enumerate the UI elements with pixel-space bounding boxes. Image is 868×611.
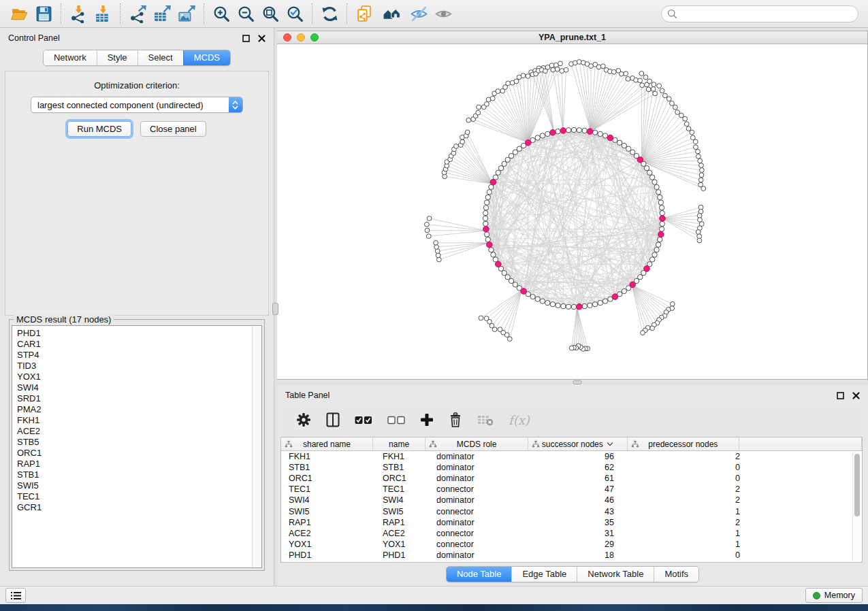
cytoscape-window: Control Panel NetworkStyleSelectMCDS Opt… [0,0,868,611]
table-panel: Table Panel [277,385,868,586]
cell-predecessor-nodes: 1 [635,529,750,538]
splitter-handle[interactable] [573,380,582,384]
toolbar-separator [120,3,120,24]
tab-network-table[interactable]: Network Table [577,567,654,582]
zoom-in-button[interactable] [209,2,234,25]
cell-MCDS-role: dominator [429,550,534,560]
show-all-button[interactable] [431,2,455,25]
mcds-result-item[interactable]: RAP1 [17,459,252,469]
tab-style[interactable]: Style [97,50,138,65]
cell-name: RAP1 [375,518,429,527]
eye-icon [434,5,453,23]
float-panel-button[interactable] [240,33,251,43]
column-header-successor-nodes[interactable]: successor nodes [528,437,628,450]
table-row[interactable]: SWI5SWI5connector431 [281,506,862,516]
mcds-result-item[interactable]: STP4 [17,350,252,361]
column-header-MCDS-role[interactable]: MCDS role [425,437,528,450]
delete-column-button[interactable] [449,411,462,429]
zoom-fit-button[interactable] [258,2,283,25]
zoom-out-button[interactable] [234,2,258,25]
table-row[interactable]: SWI4SWI4dominator462 [281,495,862,506]
cell-shared-name: ORC1 [281,474,375,483]
export-network-button[interactable] [125,2,150,25]
memory-button[interactable]: Memory [805,588,863,603]
horizontal-splitter[interactable] [277,380,868,385]
column-header-shared-name[interactable]: shared name [281,437,373,450]
tab-select[interactable]: Select [138,50,183,65]
cell-MCDS-role: dominator [429,463,534,472]
mcds-result-item[interactable]: SWI5 [17,480,252,491]
close-panel-button[interactable] [256,33,267,43]
tab-motifs[interactable]: Motifs [654,567,698,582]
run-mcds-button[interactable]: Run MCDS [67,121,131,137]
mcds-result-item[interactable]: PMA2 [17,404,252,415]
float-icon [242,35,250,42]
import-table-button[interactable] [91,2,115,25]
search-icon [667,9,677,19]
table-row[interactable]: PHD1PHD1dominator180 [281,550,862,561]
network-canvas[interactable] [277,44,867,379]
table-header-row: shared namenameMCDS rolesuccessor nodesp… [281,437,862,451]
table-row[interactable]: STB1STB1dominator620 [281,462,862,473]
result-scrollbar[interactable] [252,326,261,567]
search-input[interactable] [661,5,858,22]
import-network-button[interactable] [66,2,91,25]
mcds-result-item[interactable]: TID3 [17,361,252,371]
show-panels-button[interactable] [5,588,26,603]
close-panel-button-mcds[interactable]: Close panel [140,121,206,137]
show-all-columns-button[interactable] [355,411,372,429]
export-image-button[interactable] [174,2,199,25]
column-header-predecessor-nodes[interactable]: predecessor nodes [628,437,739,450]
network-graph[interactable] [277,44,867,379]
zoom-selected-button[interactable] [283,2,307,25]
mcds-result-item[interactable]: ORC1 [17,448,252,459]
splitter-handle[interactable] [272,303,278,315]
mcds-result-item[interactable]: STB1 [17,469,252,480]
refresh-button[interactable] [317,2,342,25]
float-panel-button[interactable] [835,391,846,400]
table-row[interactable]: ORC1ORC1dominator610 [281,473,862,484]
tab-node-table[interactable]: Node Table [447,567,512,582]
new-network-from-selection-button[interactable] [352,2,376,25]
mcds-result-item[interactable]: SWI4 [17,382,252,393]
mcds-result-item[interactable]: ACE2 [17,426,252,437]
settings-gear-button[interactable] [296,411,311,429]
table-scrollbar[interactable] [852,452,861,561]
mcds-result-item[interactable]: YOX1 [17,371,252,382]
mcds-result-item[interactable]: SRD1 [17,393,252,404]
table-row[interactable]: TEC1TEC1connector472 [281,484,862,495]
table-row[interactable]: YOX1YOX1connector291 [281,539,862,550]
delete-table-button[interactable] [477,411,494,429]
tab-edge-table[interactable]: Edge Table [511,567,577,582]
cell-predecessor-nodes: 2 [635,495,750,505]
scrollbar-thumb[interactable] [854,454,860,516]
mcds-result-item[interactable]: STB5 [17,437,252,448]
mcds-result-item[interactable]: GCR1 [17,502,252,513]
hide-all-columns-button[interactable] [387,411,405,429]
close-panel-button[interactable] [850,391,861,400]
column-header-name[interactable]: name [373,437,425,450]
table-row[interactable]: RAP1RAP1dominator352 [281,517,862,528]
add-column-button[interactable] [420,411,434,429]
criterion-select[interactable]: largest connected component (undirected) [31,97,243,113]
mcds-panel: Optimization criterion: largest connecte… [5,71,269,316]
cell-successor-nodes: 29 [534,540,635,549]
table-row[interactable]: FKH1FKH1dominator962 [281,451,862,462]
open-file-button[interactable] [7,2,31,25]
first-neighbors-button[interactable] [376,2,406,25]
save-button[interactable] [31,2,56,25]
function-builder-button[interactable]: f(x) [509,411,530,429]
tab-network[interactable]: Network [44,50,97,65]
mcds-result-item[interactable]: CAR1 [17,339,252,350]
table-row[interactable]: ACE2ACE2connector311 [281,528,862,539]
mcds-result-list[interactable]: PHD1CAR1STP4TID3YOX1SWI4SRD1PMA2FKH1ACE2… [12,326,252,567]
hide-selected-button[interactable] [406,2,431,25]
tab-mcds[interactable]: MCDS [183,50,230,65]
select-columns-button[interactable] [326,411,340,429]
main-toolbar [0,0,868,28]
mcds-result-item[interactable]: TEC1 [17,491,252,502]
export-table-button[interactable] [150,2,174,25]
mcds-result-item[interactable]: PHD1 [17,328,252,339]
mcds-result-item[interactable]: FKH1 [17,415,252,426]
vertical-splitter[interactable] [274,28,277,586]
